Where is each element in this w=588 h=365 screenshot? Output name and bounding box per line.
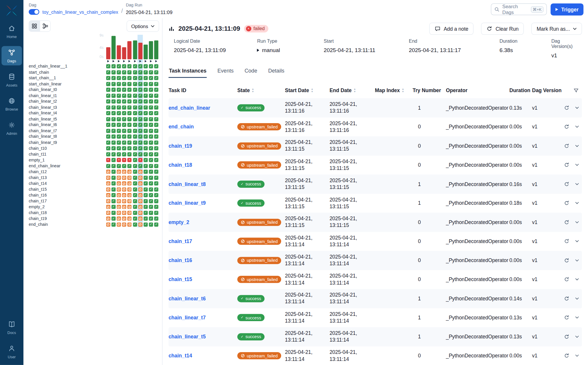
task-instance-square[interactable] [137,204,143,210]
column-header-map-index[interactable]: Map Index▲▼ [375,87,412,93]
task-instance-square[interactable]: ✓ [111,198,116,204]
task-instance-square[interactable]: ✓ [105,81,111,87]
task-instance-square[interactable]: × [121,157,127,163]
task-instance-square[interactable] [116,222,121,228]
task-instance-square[interactable]: ✓ [116,151,121,157]
task-instance-square[interactable]: ✓ [105,87,111,93]
task-instance-square[interactable]: ✓ [143,222,148,228]
task-instance-square[interactable]: ✓ [127,69,132,75]
task-instance-square[interactable]: ✓ [111,192,116,198]
task-instance-square[interactable]: ✓ [132,93,137,99]
task-instance-square[interactable]: ✓ [111,210,116,216]
task-instance-square[interactable]: ✓ [148,222,154,228]
task-instance-square[interactable]: ✓ [111,93,116,99]
task-instance-square[interactable] [121,180,127,186]
task-instance-square[interactable]: ✓ [143,216,148,222]
column-header-end-date[interactable]: End Date▲▼ [329,87,375,93]
task-instance-square[interactable] [116,216,121,222]
task-instance-square[interactable]: ✓ [111,128,116,134]
task-instance-square[interactable]: ✓ [127,163,132,169]
task-instance-square[interactable]: ✓ [137,87,143,93]
task-instance-square[interactable]: ✓ [116,128,121,134]
task-instance-square[interactable]: ✓ [132,81,137,87]
task-name[interactable]: chain_t11 [29,151,105,157]
task-instance-square[interactable]: ✓ [121,99,127,104]
task-instance-square[interactable]: ✓ [143,145,148,151]
task-instance-square[interactable]: ✓ [137,122,143,128]
task-instance-square[interactable]: ✓ [148,175,154,180]
task-instance-square[interactable] [121,210,127,216]
task-id-link[interactable]: chain_t18 [169,162,192,168]
task-instance-square[interactable] [137,222,143,228]
task-instance-square[interactable]: ✓ [121,140,127,145]
task-instance-square[interactable]: ✓ [154,210,159,216]
task-instance-square[interactable]: ✓ [111,222,116,228]
task-instance-square[interactable]: ✓ [154,140,159,145]
dag-run-bar[interactable] [111,35,116,63]
task-id-link[interactable]: chain_linear_t9 [169,200,206,206]
dag-run-bar[interactable] [148,35,154,63]
task-instance-square[interactable]: ✓ [148,122,154,128]
task-instance-square[interactable]: ✓ [111,104,116,110]
task-instance-square[interactable]: ✓ [148,87,154,93]
task-instance-square[interactable]: ✓ [154,128,159,134]
row-menu-chevron-icon[interactable] [575,221,579,223]
task-instance-square[interactable]: ✓ [132,175,137,180]
task-instance-square[interactable] [127,222,132,228]
task-instance-square[interactable]: ✓ [132,157,137,163]
task-instance-square[interactable]: × [105,157,111,163]
clear-task-icon[interactable] [564,258,569,263]
task-instance-square[interactable]: ✓ [111,216,116,222]
task-instance-square[interactable]: ✓ [148,145,154,151]
task-instance-square[interactable]: ✓ [132,134,137,140]
task-id-link[interactable]: chain_t15 [169,277,192,282]
sidebar-item-assets[interactable]: Assets [1,70,22,89]
task-instance-square[interactable]: ✓ [127,75,132,81]
task-instance-square[interactable]: ✓ [148,116,154,122]
task-instance-square[interactable]: ✓ [143,75,148,81]
task-name[interactable]: chain_linear_t8 [29,134,105,140]
task-instance-square[interactable]: ✓ [127,99,132,104]
task-instance-square[interactable]: ✓ [105,75,111,81]
task-instance-square[interactable]: ✓ [105,104,111,110]
column-header-start-date[interactable]: Start Date▲▼ [285,87,329,93]
task-instance-square[interactable] [121,169,127,175]
row-menu-chevron-icon[interactable] [575,335,579,338]
task-name[interactable]: chain_linear_t1 [29,93,105,99]
task-instance-square[interactable]: ✓ [111,116,116,122]
task-instance-square[interactable]: ✓ [148,110,154,116]
task-instance-square[interactable]: ✓ [154,175,159,180]
task-instance-square[interactable]: ✓ [154,75,159,81]
task-instance-square[interactable] [105,186,111,192]
sidebar-item-docs[interactable]: Docs [1,318,22,337]
task-instance-square[interactable]: ✓ [148,128,154,134]
task-instance-square[interactable]: ✓ [132,140,137,145]
task-id-link[interactable]: chain_t14 [169,353,192,359]
sidebar-item-browse[interactable]: Browse [1,94,22,114]
task-instance-square[interactable]: ✓ [121,93,127,99]
task-instance-square[interactable]: ✓ [105,63,111,69]
task-instance-square[interactable]: ✓ [111,63,116,69]
task-instance-square[interactable]: ✓ [127,81,132,87]
task-instance-square[interactable]: ✓ [105,151,111,157]
task-instance-square[interactable] [127,216,132,222]
task-instance-square[interactable]: ✓ [148,157,154,163]
task-instance-square[interactable]: ✓ [148,99,154,104]
task-instance-square[interactable]: ✓ [111,204,116,210]
task-instance-square[interactable]: ✓ [127,116,132,122]
task-instance-square[interactable]: × [116,157,121,163]
task-instance-square[interactable]: ✓ [148,186,154,192]
task-instance-square[interactable] [105,216,111,222]
task-instance-square[interactable]: ✓ [132,69,137,75]
task-instance-square[interactable]: ✓ [143,69,148,75]
task-name[interactable]: end_chain [29,222,105,228]
row-menu-chevron-icon[interactable] [575,316,579,319]
task-instance-square[interactable]: ✓ [132,180,137,186]
task-instance-square[interactable]: ✓ [116,122,121,128]
dag-run-bar[interactable] [132,35,137,63]
task-id-link[interactable]: empty_2 [169,219,189,225]
task-instance-square[interactable]: ✓ [154,204,159,210]
task-instance-square[interactable]: ✓ [121,122,127,128]
tab-details[interactable]: Details [268,67,285,78]
task-instance-square[interactable]: ✓ [154,116,159,122]
